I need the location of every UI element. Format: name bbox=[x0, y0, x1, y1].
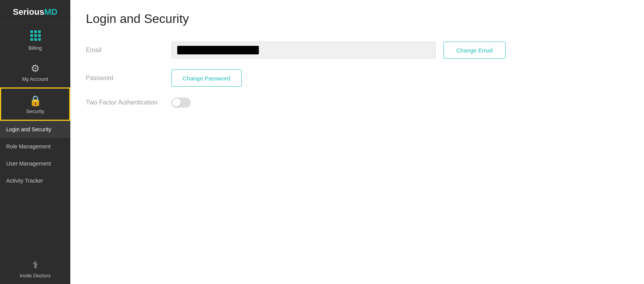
login-security-label: Login and Security bbox=[6, 126, 51, 132]
sidebar-item-security-label: Security bbox=[26, 108, 44, 114]
password-control-area: Change Password bbox=[171, 70, 628, 87]
sidebar-item-invite-doctors[interactable]: ⚕ Invite Doctors bbox=[0, 253, 70, 284]
role-management-label: Role Management bbox=[6, 143, 51, 150]
sidebar-item-billing-label: Billing bbox=[28, 45, 42, 51]
email-display bbox=[171, 42, 436, 59]
two-factor-control-area bbox=[171, 98, 628, 108]
email-row: Email Change Email bbox=[86, 42, 628, 59]
login-security-form: Email Change Email Password Change Passw… bbox=[86, 42, 628, 108]
password-row: Password Change Password bbox=[86, 70, 628, 87]
svg-rect-7 bbox=[34, 38, 37, 41]
sidebar: SeriousMD Billing ⚙ My Account 🔒 Securit… bbox=[0, 0, 70, 284]
svg-rect-1 bbox=[34, 30, 37, 33]
sidebar-item-activity-tracker[interactable]: Activity Tracker bbox=[0, 172, 70, 189]
svg-rect-3 bbox=[30, 34, 33, 37]
page-title: Login and Security bbox=[86, 12, 628, 26]
email-control-area: Change Email bbox=[171, 42, 628, 59]
billing-icon bbox=[30, 30, 41, 42]
two-factor-label: Two Factor Authentication bbox=[86, 99, 171, 106]
lock-icon: 🔒 bbox=[29, 96, 42, 106]
logo: SeriousMD bbox=[0, 0, 70, 23]
caduceus-icon: ⚕ bbox=[33, 260, 38, 270]
svg-rect-5 bbox=[38, 34, 41, 37]
user-management-label: User Management bbox=[6, 160, 51, 167]
sidebar-item-invite-doctors-label: Invite Doctors bbox=[20, 273, 51, 279]
sidebar-item-login-security[interactable]: Login and Security bbox=[0, 121, 70, 138]
change-password-button[interactable]: Change Password bbox=[171, 70, 242, 87]
gear-icon: ⚙ bbox=[31, 63, 40, 73]
main-content: Login and Security Email Change Email Pa… bbox=[70, 0, 644, 284]
password-label: Password bbox=[86, 75, 171, 82]
email-redacted-value bbox=[177, 46, 259, 54]
svg-rect-0 bbox=[30, 30, 33, 33]
logo-text: SeriousMD bbox=[13, 7, 58, 17]
email-label: Email bbox=[86, 47, 171, 54]
svg-rect-2 bbox=[38, 30, 41, 33]
sidebar-item-security[interactable]: 🔒 Security bbox=[0, 87, 70, 121]
two-factor-row: Two Factor Authentication bbox=[86, 98, 628, 108]
svg-rect-4 bbox=[34, 34, 37, 37]
svg-rect-6 bbox=[30, 38, 33, 41]
toggle-knob bbox=[172, 98, 181, 107]
sidebar-item-role-management[interactable]: Role Management bbox=[0, 138, 70, 155]
change-email-button[interactable]: Change Email bbox=[443, 42, 506, 59]
sidebar-item-user-management[interactable]: User Management bbox=[0, 155, 70, 172]
sidebar-item-billing[interactable]: Billing bbox=[0, 23, 70, 56]
svg-rect-8 bbox=[38, 38, 41, 41]
sidebar-item-my-account-label: My Account bbox=[22, 76, 48, 82]
activity-tracker-label: Activity Tracker bbox=[6, 178, 43, 184]
sidebar-item-my-account[interactable]: ⚙ My Account bbox=[0, 56, 70, 87]
two-factor-toggle[interactable] bbox=[171, 98, 191, 108]
